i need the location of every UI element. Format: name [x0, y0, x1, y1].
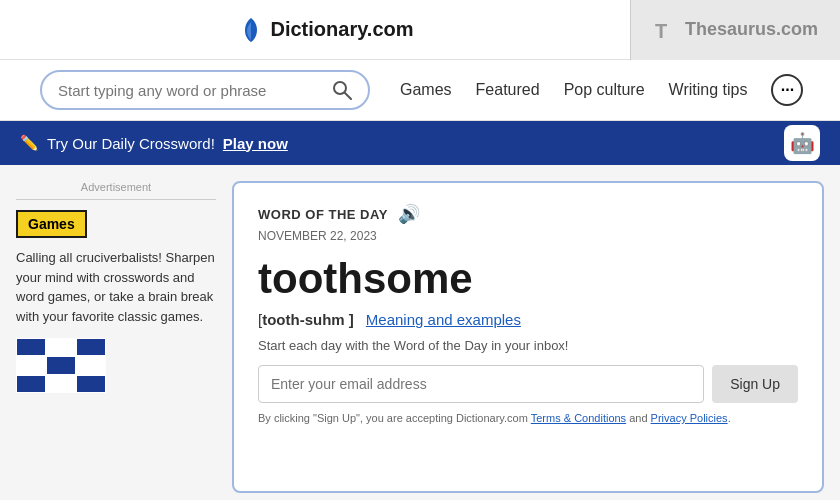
wod-card: WORD OF THE DAY 🔊 NOVEMBER 22, 2023 toot… — [232, 181, 824, 493]
nav-item-featured[interactable]: Featured — [476, 81, 540, 99]
logo-area[interactable]: Dictionary.com — [237, 16, 414, 44]
header-left: Dictionary.com — [0, 16, 630, 44]
wod-date: NOVEMBER 22, 2023 — [258, 229, 798, 243]
banner-text: Try Our Daily Crossword! — [47, 135, 215, 152]
games-badge[interactable]: Games — [16, 210, 87, 238]
nav-item-writing-tips[interactable]: Writing tips — [669, 81, 748, 99]
terms-conditions-link[interactable]: Terms & Conditions — [531, 412, 626, 424]
search-icon — [332, 80, 352, 100]
meaning-link[interactable]: Meaning and examples — [366, 311, 521, 328]
banner-play-link[interactable]: Play now — [223, 135, 288, 152]
sidebar-text: Calling all cruciverbalists! Sharpen you… — [16, 248, 216, 326]
svg-point-1 — [334, 82, 346, 94]
sound-icon[interactable]: 🔊 — [398, 203, 420, 225]
svg-text:T: T — [655, 20, 667, 42]
sidebar-divider — [16, 199, 216, 200]
sidebar: Advertisement Games Calling all cruciver… — [16, 181, 216, 493]
chatbot-icon[interactable]: 🤖 — [784, 125, 820, 161]
search-input[interactable] — [58, 82, 332, 99]
logo-text: Dictionary.com — [271, 18, 414, 41]
thesaurus-logo-icon: T — [653, 18, 677, 42]
dictionary-logo-icon — [237, 16, 265, 44]
wod-header: WORD OF THE DAY 🔊 — [258, 203, 798, 225]
email-row: Sign Up — [258, 365, 798, 403]
wod-title: WORD OF THE DAY — [258, 207, 388, 222]
terms-text: By clicking "Sign Up", you are accepting… — [258, 411, 798, 426]
wod-pronunciation: [tooth-suhm ] Meaning and examples — [258, 311, 798, 328]
pronunciation-text: [tooth-suhm ] — [258, 311, 354, 328]
search-nav-row: Games Featured Pop culture Writing tips … — [0, 60, 840, 121]
nav-item-games[interactable]: Games — [400, 81, 452, 99]
pencil-emoji: ✏️ — [20, 134, 39, 152]
search-bar — [40, 70, 370, 110]
thesaurus-tab[interactable]: T Thesaurus.com — [630, 0, 840, 60]
pronunciation-bold: tooth — [262, 311, 299, 328]
thesaurus-text: Thesaurus.com — [685, 19, 818, 40]
signup-button[interactable]: Sign Up — [712, 365, 798, 403]
main-content: Advertisement Games Calling all cruciver… — [0, 165, 840, 500]
email-input[interactable] — [258, 365, 704, 403]
nav-more-button[interactable]: ··· — [771, 74, 803, 106]
ad-label: Advertisement — [16, 181, 216, 193]
header: Dictionary.com T Thesaurus.com — [0, 0, 840, 60]
banner-content: ✏️ Try Our Daily Crossword! Play now — [20, 134, 288, 152]
pronunciation-rest: -suhm ] — [300, 311, 354, 328]
nav-items: Games Featured Pop culture Writing tips … — [400, 74, 803, 106]
search-button[interactable] — [332, 80, 352, 100]
privacy-link[interactable]: Privacy Policies — [651, 412, 728, 424]
banner: ✏️ Try Our Daily Crossword! Play now 🤖 — [0, 121, 840, 165]
sidebar-game-image — [16, 338, 106, 393]
wod-description: Start each day with the Word of the Day … — [258, 338, 798, 353]
nav-item-pop-culture[interactable]: Pop culture — [564, 81, 645, 99]
svg-line-2 — [345, 93, 351, 99]
wod-word: toothsome — [258, 255, 798, 303]
